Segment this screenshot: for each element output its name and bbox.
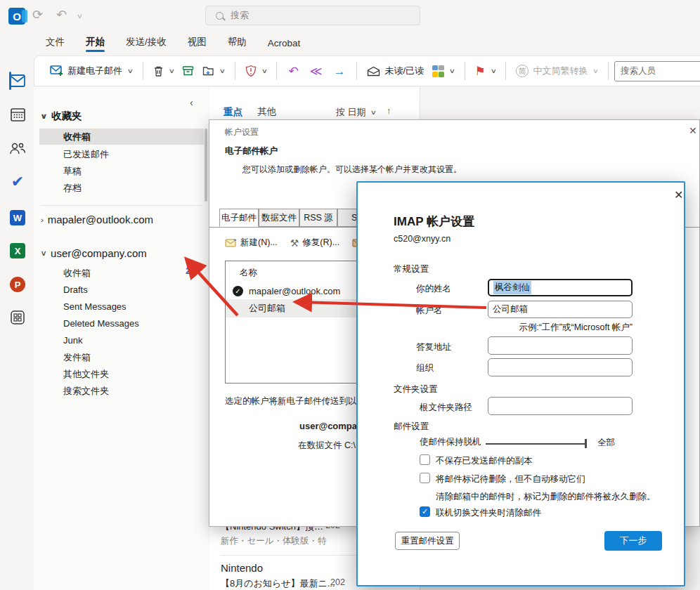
tab-focused[interactable]: 重点	[223, 107, 242, 117]
menu-help[interactable]: 帮助	[228, 36, 247, 55]
purge-on-switch-label: 联机切换文件夹时清除邮件	[436, 507, 541, 519]
unread-envelope-icon	[367, 66, 380, 77]
folder-company-junk[interactable]: Junk	[39, 332, 204, 348]
organization-input[interactable]	[488, 358, 633, 376]
shield-icon	[245, 65, 257, 77]
close-icon[interactable]: ✕	[689, 125, 697, 136]
chevron-down-icon: ∨	[40, 249, 47, 258]
reply-all-icon[interactable]: ≪	[304, 65, 328, 77]
folder-company-other[interactable]: 其他文件夹	[39, 366, 204, 382]
keep-offline-slider[interactable]	[486, 443, 586, 445]
account-name-input[interactable]: 公司邮箱	[488, 301, 633, 318]
search-people-input[interactable]: 搜索人员	[614, 61, 700, 81]
follow-up-button[interactable]: ⚑ ∨	[471, 65, 500, 77]
menu-view[interactable]: 视图	[188, 36, 207, 55]
ribbon-separator	[356, 62, 357, 80]
root-folder-input[interactable]	[488, 397, 633, 415]
account-name-label: 帐户名	[416, 305, 443, 317]
chinese-conversion-button: 简 中文简繁转换 ∨	[512, 65, 602, 77]
undo-arrow-icon[interactable]: ↶	[283, 65, 304, 77]
sort-by-date-button[interactable]: 按 日期	[336, 106, 366, 119]
todo-nav-button[interactable]: ✔	[8, 173, 27, 191]
more-apps-button[interactable]	[8, 308, 27, 327]
new-account-icon	[225, 238, 237, 247]
reply-address-input[interactable]	[488, 336, 633, 355]
unread-read-button[interactable]: 未读/已读	[363, 65, 428, 77]
folder-archive-favorite[interactable]: 存档	[39, 180, 204, 196]
tab-data-files[interactable]: 数据文件	[259, 209, 299, 227]
categorize-button[interactable]: ∨	[428, 65, 459, 77]
menu-bar: 文件 开始 发送/接收 视图 帮助 Acrobat	[34, 32, 700, 55]
next-button[interactable]: 下一步	[604, 531, 662, 551]
search-icon	[216, 12, 223, 20]
imap-settings-dialog: ✕ IMAP 帐户设置 c520@xnyy.cn 常规设置 你的姓名 枫谷剑仙 …	[356, 181, 685, 586]
menu-home[interactable]: 开始	[86, 36, 105, 55]
chevron-down-icon: ∨	[40, 112, 48, 121]
forward-icon[interactable]: →	[328, 65, 351, 77]
quick-access-chevron-icon[interactable]: ∨	[77, 13, 83, 20]
calendar-nav-button[interactable]	[8, 105, 27, 124]
account-company[interactable]: ∨ user@company.com	[41, 247, 147, 259]
data-file-note: 在数据文件 C:\	[298, 440, 356, 452]
menu-acrobat[interactable]: Acrobat	[268, 38, 301, 55]
menu-file[interactable]: 文件	[46, 36, 65, 55]
folder-company-inbox[interactable]: 收件箱	[39, 265, 204, 281]
people-nav-button[interactable]	[8, 139, 27, 157]
collapse-pane-icon[interactable]: ‹	[190, 97, 193, 108]
powerpoint-nav-button[interactable]: P	[8, 275, 27, 294]
delivery-note: 选定的帐户将新电子邮件传送到以下	[225, 395, 365, 407]
undo-icon[interactable]: ↶	[56, 7, 67, 22]
archive-button[interactable]	[178, 65, 198, 77]
excel-icon: X	[10, 243, 25, 258]
folder-drafts-favorite[interactable]: 草稿	[39, 163, 204, 179]
flag-icon: ⚑	[475, 65, 486, 77]
tab-email[interactable]: 电子邮件	[219, 209, 259, 227]
search-input[interactable]: 搜索	[205, 6, 420, 25]
new-account-button[interactable]: 新建(N)...	[225, 237, 278, 249]
folder-pane-scrollbar[interactable]	[205, 129, 207, 202]
your-name-label: 你的姓名	[416, 283, 451, 295]
folder-sent-favorite[interactable]: 已发送邮件	[39, 146, 204, 162]
excel-nav-button[interactable]: X	[8, 242, 27, 260]
no-sent-copy-checkbox[interactable]	[420, 454, 430, 465]
folder-company-sent[interactable]: Sent Messages	[39, 299, 204, 315]
repair-account-button[interactable]: ⚒ 修复(R)...	[290, 237, 339, 249]
sync-icon[interactable]: ⟳	[32, 7, 43, 22]
purge-on-switch-checkbox[interactable]: ✓	[420, 506, 430, 517]
account-name-example: 示例:“工作”或“Microsoft 帐户”	[488, 322, 633, 334]
app-rail: ✔ W X P	[0, 32, 34, 590]
move-to-button[interactable]: ∨	[198, 65, 229, 77]
dialog-title: 帐户设置	[225, 126, 259, 138]
report-phishing-button[interactable]: ∨	[241, 65, 271, 77]
ribbon-separator	[608, 62, 609, 80]
slider-handle[interactable]	[585, 439, 587, 448]
folder-company-deleted[interactable]: Deleted Messages	[39, 315, 204, 332]
imap-dialog-title: IMAP 帐户设置	[394, 214, 474, 230]
folder-inbox-favorite[interactable]: 收件箱	[39, 129, 204, 145]
tab-other[interactable]: 其他	[257, 105, 276, 118]
close-icon[interactable]: ✕	[674, 188, 683, 202]
folder-company-search[interactable]: 搜索文件夹	[39, 383, 204, 399]
sort-chevron-icon[interactable]: ∨	[370, 109, 377, 116]
tab-rss[interactable]: RSS 源	[299, 209, 337, 227]
delete-button[interactable]: ∨	[149, 65, 179, 77]
mark-for-deletion-checkbox[interactable]	[420, 473, 430, 483]
folder-company-drafts[interactable]: Drafts	[39, 282, 204, 298]
your-name-input[interactable]: 枫谷剑仙	[488, 279, 633, 296]
ribbon-separator	[505, 62, 506, 80]
mail-nav-button[interactable]	[8, 72, 27, 90]
reset-mail-settings-button[interactable]: 重置邮件设置	[395, 532, 460, 550]
categorize-icon	[432, 65, 444, 77]
ribbon-separator	[276, 62, 277, 80]
folder-company-outbox[interactable]: 发件箱	[39, 349, 204, 365]
menu-send-receive[interactable]: 发送/接收	[126, 36, 167, 55]
new-email-icon	[50, 65, 63, 77]
word-nav-button[interactable]: W	[8, 209, 27, 227]
sort-direction-icon[interactable]: ↑	[387, 105, 391, 116]
favorites-header[interactable]: ∨ 收藏夹	[41, 110, 82, 123]
account-outlook[interactable]: › mapaler@outlook.com	[41, 214, 153, 225]
purge-note: 清除邮箱中的邮件时，标记为删除的邮件将被永久删除。	[436, 491, 656, 503]
new-email-button[interactable]: 新建电子邮件 ∨	[46, 65, 137, 77]
no-sent-copy-label: 不保存已发送邮件的副本	[436, 455, 533, 467]
mail-item-sender[interactable]: Nintendo	[221, 562, 263, 574]
